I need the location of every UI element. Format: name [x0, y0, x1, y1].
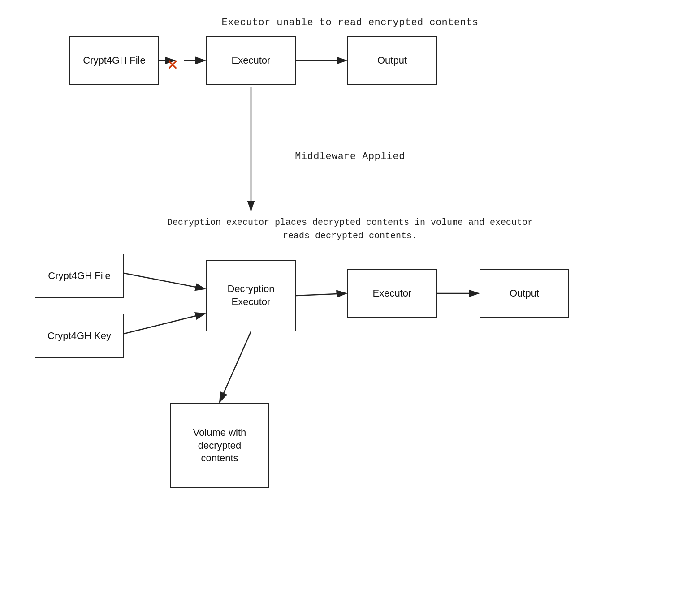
bottom-decrypt-exec-box: Decryption Executor [206, 260, 296, 331]
svg-line-10 [220, 331, 251, 402]
bottom-volume-box: Volume with decrypted contents [170, 403, 269, 488]
bottom-executor-box: Executor [347, 269, 437, 318]
middleware-label: Middleware Applied [0, 151, 700, 162]
top-output-box: Output [347, 36, 437, 85]
bottom-crypt-key-box: Crypt4GH Key [35, 314, 124, 358]
bottom-output-box: Output [480, 269, 569, 318]
bottom-caption: Decryption executor places decrypted con… [0, 216, 700, 243]
bottom-crypt-file-box: Crypt4GH File [35, 254, 124, 298]
svg-line-6 [124, 273, 205, 289]
svg-line-8 [296, 293, 346, 296]
top-crypt-box: Crypt4GH File [69, 36, 159, 85]
diagram-container: Executor unable to read encrypted conten… [0, 0, 700, 602]
svg-line-7 [124, 314, 205, 334]
top-caption: Executor unable to read encrypted conten… [0, 17, 700, 28]
top-executor-box: Executor [206, 36, 296, 85]
x-mark-icon: ✕ [161, 53, 184, 75]
